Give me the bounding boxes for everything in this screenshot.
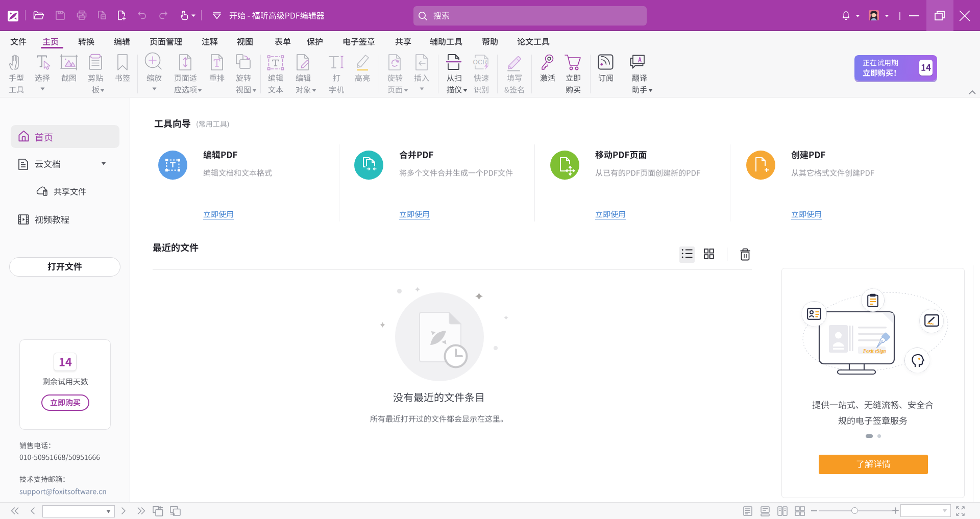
svg-text:OCR: OCR bbox=[473, 59, 487, 66]
svg-text:Foxit eSign: Foxit eSign bbox=[863, 349, 886, 354]
